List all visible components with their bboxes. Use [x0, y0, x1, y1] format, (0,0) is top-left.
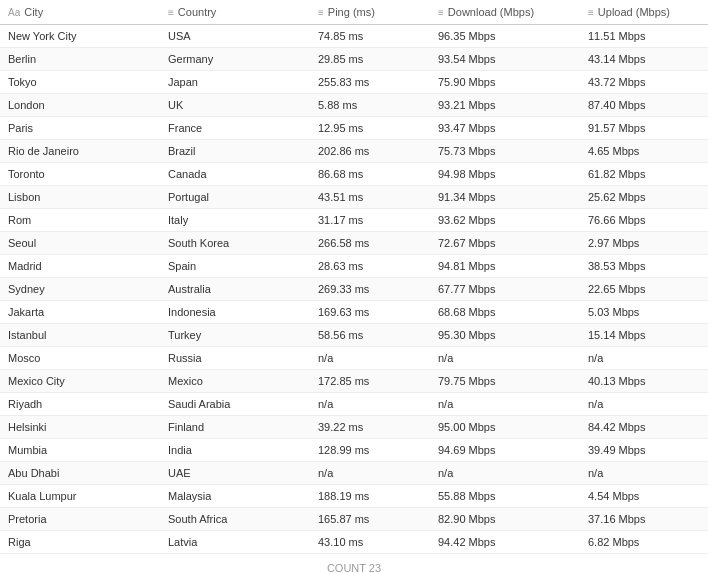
- table-row: HelsinkiFinland39.22 ms95.00 Mbps84.42 M…: [0, 416, 708, 439]
- cell-country: Indonesia: [160, 301, 310, 324]
- cell-city: Istanbul: [0, 324, 160, 347]
- table-header: AaCity ≡Country ≡Ping (ms) ≡Download (Mb…: [0, 0, 708, 25]
- col-header-city[interactable]: AaCity: [0, 0, 160, 25]
- cell-upload: 39.49 Mbps: [580, 439, 708, 462]
- table-row: JakartaIndonesia169.63 ms68.68 Mbps5.03 …: [0, 301, 708, 324]
- cell-ping: 31.17 ms: [310, 209, 430, 232]
- table-row: SeoulSouth Korea266.58 ms72.67 Mbps2.97 …: [0, 232, 708, 255]
- table-row: SydneyAustralia269.33 ms67.77 Mbps22.65 …: [0, 278, 708, 301]
- cell-ping: n/a: [310, 462, 430, 485]
- cell-download: 82.90 Mbps: [430, 508, 580, 531]
- data-table: AaCity ≡Country ≡Ping (ms) ≡Download (Mb…: [0, 0, 708, 573]
- cell-country: Malaysia: [160, 485, 310, 508]
- cell-upload: 22.65 Mbps: [580, 278, 708, 301]
- cell-ping: 28.63 ms: [310, 255, 430, 278]
- cell-city: Paris: [0, 117, 160, 140]
- cell-ping: 12.95 ms: [310, 117, 430, 140]
- cell-country: Mexico: [160, 370, 310, 393]
- cell-city: Tokyo: [0, 71, 160, 94]
- cell-ping: 43.10 ms: [310, 531, 430, 554]
- cell-download: n/a: [430, 393, 580, 416]
- cell-upload: 43.72 Mbps: [580, 71, 708, 94]
- table-row: Kuala LumpurMalaysia188.19 ms55.88 Mbps4…: [0, 485, 708, 508]
- cell-upload: 61.82 Mbps: [580, 163, 708, 186]
- cell-city: Seoul: [0, 232, 160, 255]
- table-row: RiyadhSaudi Arabian/an/an/a: [0, 393, 708, 416]
- table-row: ParisFrance12.95 ms93.47 Mbps91.57 Mbps: [0, 117, 708, 140]
- cell-download: 94.98 Mbps: [430, 163, 580, 186]
- cell-download: n/a: [430, 462, 580, 485]
- cell-ping: 58.56 ms: [310, 324, 430, 347]
- table-row: PretoriaSouth Africa165.87 ms82.90 Mbps3…: [0, 508, 708, 531]
- cell-download: 55.88 Mbps: [430, 485, 580, 508]
- cell-upload: n/a: [580, 347, 708, 370]
- cell-city: Mosco: [0, 347, 160, 370]
- cell-upload: 11.51 Mbps: [580, 25, 708, 48]
- cell-upload: 91.57 Mbps: [580, 117, 708, 140]
- cell-city: Berlin: [0, 48, 160, 71]
- table-row: TorontoCanada86.68 ms94.98 Mbps61.82 Mbp…: [0, 163, 708, 186]
- cell-country: Germany: [160, 48, 310, 71]
- col-header-download[interactable]: ≡Download (Mbps): [430, 0, 580, 25]
- cell-download: 93.62 Mbps: [430, 209, 580, 232]
- cell-download: 95.00 Mbps: [430, 416, 580, 439]
- cell-upload: 40.13 Mbps: [580, 370, 708, 393]
- cell-ping: 5.88 ms: [310, 94, 430, 117]
- cell-city: Riga: [0, 531, 160, 554]
- cell-ping: n/a: [310, 393, 430, 416]
- cell-country: Saudi Arabia: [160, 393, 310, 416]
- cell-ping: 169.63 ms: [310, 301, 430, 324]
- table-row: Rio de JaneiroBrazil202.86 ms75.73 Mbps4…: [0, 140, 708, 163]
- table-row: IstanbulTurkey58.56 ms95.30 Mbps15.14 Mb…: [0, 324, 708, 347]
- cell-city: Madrid: [0, 255, 160, 278]
- table-row: MoscoRussian/an/an/a: [0, 347, 708, 370]
- cell-city: Mumbia: [0, 439, 160, 462]
- cell-download: 67.77 Mbps: [430, 278, 580, 301]
- table-row: Abu DhabiUAEn/an/an/a: [0, 462, 708, 485]
- cell-ping: 202.86 ms: [310, 140, 430, 163]
- cell-country: Italy: [160, 209, 310, 232]
- cell-country: Brazil: [160, 140, 310, 163]
- col-header-ping[interactable]: ≡Ping (ms): [310, 0, 430, 25]
- cell-country: France: [160, 117, 310, 140]
- col-header-upload[interactable]: ≡Upload (Mbps): [580, 0, 708, 25]
- table-row: LondonUK5.88 ms93.21 Mbps87.40 Mbps: [0, 94, 708, 117]
- cell-country: Latvia: [160, 531, 310, 554]
- cell-download: 93.47 Mbps: [430, 117, 580, 140]
- cell-ping: 269.33 ms: [310, 278, 430, 301]
- cell-country: Australia: [160, 278, 310, 301]
- cell-country: UK: [160, 94, 310, 117]
- cell-download: 95.30 Mbps: [430, 324, 580, 347]
- cell-ping: 172.85 ms: [310, 370, 430, 393]
- cell-city: Mexico City: [0, 370, 160, 393]
- ping-col-icon: ≡: [318, 7, 324, 18]
- cell-download: 72.67 Mbps: [430, 232, 580, 255]
- table-row: New York CityUSA74.85 ms96.35 Mbps11.51 …: [0, 25, 708, 48]
- cell-ping: 39.22 ms: [310, 416, 430, 439]
- cell-city: New York City: [0, 25, 160, 48]
- cell-city: Helsinki: [0, 416, 160, 439]
- cell-country: India: [160, 439, 310, 462]
- cell-upload: 84.42 Mbps: [580, 416, 708, 439]
- cell-country: Turkey: [160, 324, 310, 347]
- cell-city: Abu Dhabi: [0, 462, 160, 485]
- cell-upload: 4.65 Mbps: [580, 140, 708, 163]
- cell-upload: 4.54 Mbps: [580, 485, 708, 508]
- cell-download: 79.75 Mbps: [430, 370, 580, 393]
- cell-download: 91.34 Mbps: [430, 186, 580, 209]
- cell-city: Rom: [0, 209, 160, 232]
- table-footer: COUNT 23: [0, 554, 708, 573]
- city-col-icon: Aa: [8, 7, 20, 18]
- cell-city: Lisbon: [0, 186, 160, 209]
- cell-country: Canada: [160, 163, 310, 186]
- cell-country: Japan: [160, 71, 310, 94]
- cell-download: 75.90 Mbps: [430, 71, 580, 94]
- download-col-icon: ≡: [438, 7, 444, 18]
- cell-city: Jakarta: [0, 301, 160, 324]
- cell-ping: 128.99 ms: [310, 439, 430, 462]
- cell-ping: 43.51 ms: [310, 186, 430, 209]
- col-header-country[interactable]: ≡Country: [160, 0, 310, 25]
- cell-city: London: [0, 94, 160, 117]
- cell-upload: 43.14 Mbps: [580, 48, 708, 71]
- table-row: LisbonPortugal43.51 ms91.34 Mbps25.62 Mb…: [0, 186, 708, 209]
